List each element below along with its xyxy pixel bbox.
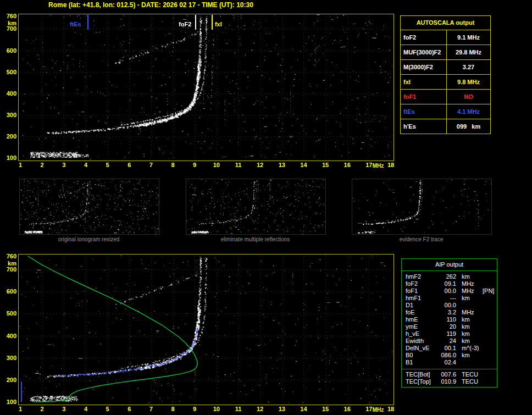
aip-note xyxy=(483,309,497,316)
aip-row-foe: foE3.2MHz xyxy=(402,309,497,316)
aip-note xyxy=(483,323,497,330)
autoscala-row-value: 9.1 MHz xyxy=(447,30,490,45)
aip-value: 262 xyxy=(437,273,456,280)
y-tick-label: 600 xyxy=(1,47,16,54)
x-tick-label: 15 xyxy=(319,162,331,168)
y-tick-label: 700 xyxy=(1,266,16,273)
aip-value: 007.6 xyxy=(437,371,456,378)
thumbnail-multiple-reflections-caption: eliminate multiple reflections xyxy=(186,236,325,242)
aip-unit: km xyxy=(456,295,483,302)
aip-unit: TECU xyxy=(456,378,483,385)
x-tick-label: 11 xyxy=(232,406,244,412)
aip-label: hmF2 xyxy=(402,273,437,280)
autoscala-row-h-es: h'Es099 km xyxy=(401,119,490,134)
aip-value: 119 xyxy=(437,330,456,337)
aip-row-fof1: foF100.0MHz[PN] xyxy=(402,287,497,295)
y-tick-label: 700 xyxy=(1,25,16,32)
autoscala-row-value: NO xyxy=(447,90,490,104)
aip-value: 3.2 xyxy=(437,309,456,316)
aip-row-deln-ve: DelN_vE00.1m^(-3) xyxy=(402,345,497,352)
aip-note xyxy=(483,273,497,280)
autoscala-table-rows: foF29.1 MHzMUF(3000)F229.8 MHzM(3000)F23… xyxy=(401,30,490,134)
aip-value: 010.9 xyxy=(437,378,456,385)
thumbnail-f2-trace-caption: evidence F2 trace xyxy=(352,236,491,242)
aip-value: 00.1 xyxy=(437,345,456,352)
aip-table-rows: hmF2262kmfoF209.1MHzfoF100.0MHz[PN]hmF1-… xyxy=(402,271,497,367)
y-tick-label: 300 xyxy=(1,355,16,361)
x-tick-label: 5 xyxy=(102,406,114,412)
autoscala-row-label: MUF(3000)F2 xyxy=(401,45,447,59)
thumbnail-multiple-reflections xyxy=(186,179,326,235)
autoscala-row-fof1: foF1NO xyxy=(401,89,490,104)
aip-label: B0 xyxy=(402,352,437,359)
x-tick-label: 15 xyxy=(319,406,331,412)
autoscala-row-m-3000-f2: M(3000)F23.27 xyxy=(401,59,490,74)
aip-value: 24 xyxy=(437,337,456,345)
aip-label: DelN_vE xyxy=(402,345,437,352)
aip-label: B1 xyxy=(402,359,437,366)
aip-unit xyxy=(456,359,483,366)
aip-row-ewidth: Ewidth24km xyxy=(402,337,497,345)
autoscala-row-label: fxI xyxy=(401,75,447,89)
x-tick-label: 10 xyxy=(210,162,223,168)
autoscala-row-fxi: fxI9.8 MHz xyxy=(401,74,490,89)
main-ionogram-canvas xyxy=(19,14,392,159)
aip-label: hmE xyxy=(402,316,437,323)
x-tick-label: 18 xyxy=(385,162,397,168)
y-tick-label: 100 xyxy=(1,154,16,161)
x-tick-label: 8 xyxy=(167,162,179,168)
marker-label-fof2: foF2 xyxy=(179,21,191,27)
x-tick-label: 16 xyxy=(341,406,353,412)
autoscala-row-label: ftEs xyxy=(401,104,447,119)
marker-label-ftes: ftEs xyxy=(70,21,81,27)
y-tick-label: 600 xyxy=(1,288,16,295)
autoscala-row-value: 4.1 MHz xyxy=(447,104,490,119)
x-axis-unit-mhz: MHz xyxy=(370,163,386,169)
y-tick-label: 400 xyxy=(1,90,16,97)
x-tick-label: 3 xyxy=(58,162,70,168)
aip-note xyxy=(483,295,497,302)
aip-note xyxy=(483,302,497,309)
autoscala-row-label: foF2 xyxy=(401,30,447,45)
tec-row-tec-bot-: TEC[Bot]007.6TECU xyxy=(402,371,497,378)
y-tick-label: 300 xyxy=(1,112,16,118)
x-tick-label: 8 xyxy=(167,406,179,412)
aip-value: 09.1 xyxy=(437,280,456,287)
main-ionogram-plot xyxy=(18,14,394,161)
thumbnail-original-canvas xyxy=(20,179,159,234)
aip-note xyxy=(483,316,497,323)
aip-value: 20 xyxy=(437,323,456,330)
x-tick-label: 13 xyxy=(276,162,288,168)
x-tick-label: 11 xyxy=(232,162,244,168)
x-tick-label: 14 xyxy=(297,162,309,168)
aip-value: 00.0 xyxy=(437,287,456,295)
x-tick-label: 12 xyxy=(254,406,266,412)
profile-ionogram-canvas xyxy=(19,254,392,403)
aip-label: TEC[Top] xyxy=(402,378,437,385)
aip-unit: km xyxy=(456,323,483,330)
autoscala-row-label: foF1 xyxy=(401,90,447,104)
aip-output-table: AIP output hmF2262kmfoF209.1MHzfoF100.0M… xyxy=(401,258,497,388)
aip-value: --- xyxy=(437,295,456,302)
aip-unit xyxy=(456,302,483,309)
x-tick-label: 4 xyxy=(80,162,92,168)
aip-note xyxy=(483,359,497,366)
thumbnail-multiple-reflections-canvas xyxy=(186,179,325,234)
y-tick-label: 400 xyxy=(1,333,16,339)
aip-unit: km xyxy=(456,316,483,323)
tec-row-tec-top-: TEC[Top]010.9TECU xyxy=(402,378,497,385)
aip-row-hmf1: hmF1---km xyxy=(402,295,497,302)
aip-row-yme: ymE20km xyxy=(402,323,497,330)
aip-note xyxy=(483,337,497,345)
x-tick-label: 6 xyxy=(123,406,135,412)
y-tick-label: 760 xyxy=(1,13,16,19)
aip-label: ymE xyxy=(402,323,437,330)
aip-label: foE xyxy=(402,309,437,316)
x-tick-label: 1 xyxy=(14,162,26,168)
thumbnail-f2-trace xyxy=(352,179,492,235)
aip-unit: MHz xyxy=(456,280,483,287)
aip-note xyxy=(483,371,497,378)
x-tick-label: 6 xyxy=(123,162,135,168)
autoscala-row-muf-3000-f2: MUF(3000)F229.8 MHz xyxy=(401,45,490,59)
aip-unit: km xyxy=(456,273,483,280)
